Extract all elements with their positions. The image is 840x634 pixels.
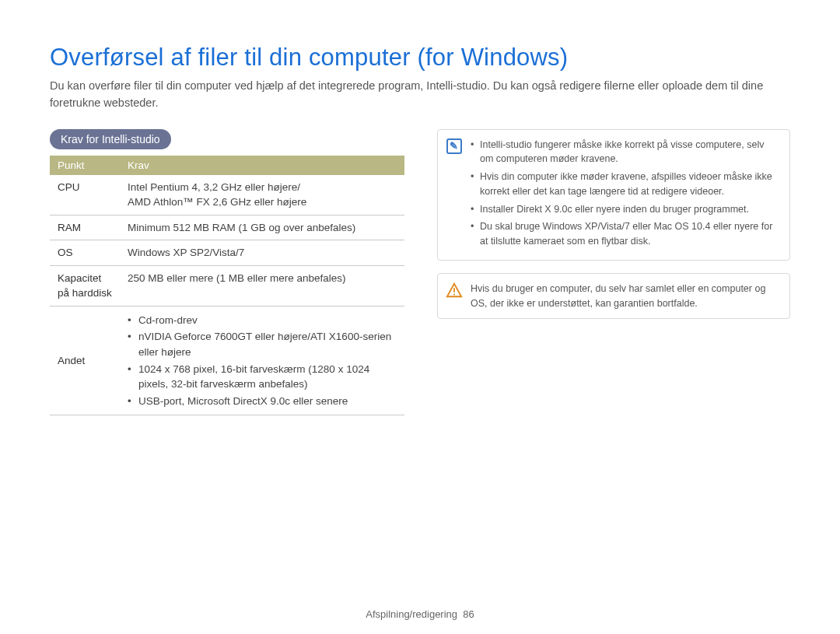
manual-page: Overførsel af filer til din computer (fo… (0, 0, 840, 634)
list-item: Intelli-studio fungerer måske ikke korre… (471, 138, 780, 167)
cell-value: Minimum 512 MB RAM (1 GB og over anbefal… (120, 215, 404, 240)
section-badge: Krav for Intelli-studio (50, 129, 171, 149)
left-column: Krav for Intelli-studio Punkt Krav CPU I… (50, 129, 404, 416)
warning-note: Hvis du bruger en computer, du selv har … (437, 273, 790, 320)
table-row: Andet Cd-rom-drev nVIDIA Geforce 7600GT … (50, 306, 404, 415)
cell-label: CPU (50, 175, 120, 215)
page-title: Overførsel af filer til din computer (fo… (50, 44, 790, 72)
cell-value: Intel Pentium 4, 3,2 GHz eller højere/ A… (120, 175, 404, 215)
info-icon: ✎ (446, 138, 463, 155)
list-item: 1024 x 768 pixel, 16-bit farveskærm (128… (128, 362, 397, 392)
requirements-table: Punkt Krav CPU Intel Pentium 4, 3,2 GHz … (50, 156, 404, 416)
footer-section: Afspilning/redigering (366, 608, 457, 620)
warning-text: Hvis du bruger en computer, du selv har … (471, 283, 765, 309)
page-footer: Afspilning/redigering 86 (0, 608, 840, 620)
th-punkt: Punkt (50, 156, 120, 175)
cell-value: 250 MB eller mere (1 MB eller mere anbef… (120, 265, 404, 306)
list-item: nVIDIA Geforce 7600GT eller højere/ATI X… (128, 329, 397, 359)
two-column-layout: Krav for Intelli-studio Punkt Krav CPU I… (50, 129, 790, 416)
warning-icon (446, 282, 463, 299)
svg-point-1 (453, 293, 455, 295)
list-item: Cd-rom-drev (128, 313, 397, 328)
table-row: OS Windows XP SP2/Vista/7 (50, 240, 404, 266)
other-list: Cd-rom-drev nVIDIA Geforce 7600GT eller … (128, 313, 397, 408)
list-item: Hvis din computer ikke møder kravene, af… (471, 170, 780, 199)
cell-value: Cd-rom-drev nVIDIA Geforce 7600GT eller … (120, 306, 404, 415)
info-list: Intelli-studio fungerer måske ikke korre… (471, 138, 780, 249)
cell-label: OS (50, 240, 120, 266)
cell-label: Andet (50, 306, 120, 415)
table-row: RAM Minimum 512 MB RAM (1 GB og over anb… (50, 215, 404, 240)
intro-paragraph: Du kan overføre filer til din computer v… (50, 78, 790, 112)
cell-value: Windows XP SP2/Vista/7 (120, 240, 404, 266)
th-krav: Krav (120, 156, 404, 175)
table-row: CPU Intel Pentium 4, 3,2 GHz eller højer… (50, 175, 404, 215)
right-column: ✎ Intelli-studio fungerer måske ikke kor… (437, 129, 790, 416)
list-item: USB-port, Microsoft DirectX 9.0c eller s… (128, 394, 397, 409)
cell-label: Kapacitet på harddisk (50, 265, 120, 306)
footer-page-number: 86 (463, 608, 474, 620)
table-row: Kapacitet på harddisk 250 MB eller mere … (50, 265, 404, 306)
info-note: ✎ Intelli-studio fungerer måske ikke kor… (437, 129, 790, 261)
list-item: Du skal bruge Windows XP/Vista/7 eller M… (471, 219, 780, 249)
list-item: Installer Direkt X 9.0c eller nyere inde… (471, 202, 780, 217)
cell-label: RAM (50, 215, 120, 240)
